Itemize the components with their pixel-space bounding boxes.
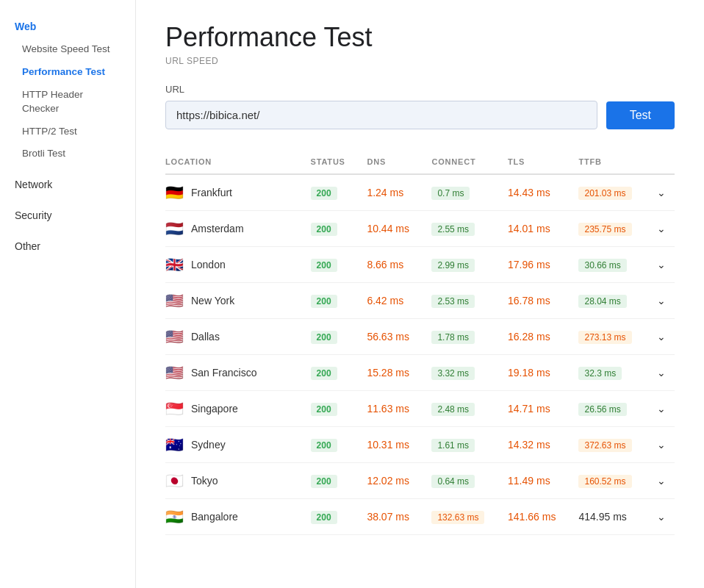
- chevron-down-icon: ⌄: [657, 187, 666, 198]
- url-row: Test: [165, 101, 675, 129]
- ttfb-badge: 235.75 ms: [578, 223, 631, 236]
- tls-value: 14.01 ms: [508, 223, 550, 234]
- col-header-tls: TLS: [499, 151, 570, 174]
- status-badge: 200: [311, 367, 337, 380]
- tls-cell: 14.43 ms: [499, 174, 570, 211]
- expand-row-button[interactable]: ⌄: [646, 174, 675, 211]
- expand-row-button[interactable]: ⌄: [646, 499, 675, 535]
- ttfb-badge: 201.03 ms: [578, 187, 631, 200]
- connect-badge: 2.55 ms: [431, 223, 475, 236]
- tls-cell: 141.66 ms: [499, 499, 570, 535]
- sidebar-item-http-header-checker[interactable]: HTTP Header Checker: [0, 84, 135, 121]
- test-button[interactable]: Test: [606, 101, 675, 129]
- ttfb-cell: 28.04 ms: [570, 283, 646, 319]
- location-name: Frankfurt: [191, 187, 232, 198]
- tls-value: 17.96 ms: [508, 259, 550, 270]
- tls-cell: 16.28 ms: [499, 319, 570, 355]
- tls-value: 14.43 ms: [508, 187, 550, 198]
- chevron-down-icon: ⌄: [657, 439, 666, 451]
- location-name: New York: [191, 295, 234, 306]
- chevron-down-icon: ⌄: [657, 295, 666, 306]
- flag-icon: 🇬🇧: [165, 257, 184, 272]
- dns-cell: 38.07 ms: [358, 499, 423, 535]
- expand-row-button[interactable]: ⌄: [646, 355, 675, 391]
- location-name: Amsterdam: [191, 223, 244, 234]
- ttfb-badge: 30.66 ms: [578, 259, 626, 272]
- results-table: LOCATIONSTATUSDNSCONNECTTLSTTFB 🇩🇪Frankf…: [165, 151, 675, 535]
- col-header-location: LOCATION: [165, 151, 302, 174]
- dns-cell: 12.02 ms: [358, 463, 423, 499]
- dns-value: 8.66 ms: [367, 259, 403, 270]
- location-cell-dallas: 🇺🇸Dallas: [165, 319, 302, 355]
- location-name: Sydney: [191, 439, 226, 451]
- col-header-ttfb: TTFB: [570, 151, 646, 174]
- ttfb-cell: 26.56 ms: [570, 391, 646, 427]
- sidebar-section-network[interactable]: Network: [0, 173, 135, 196]
- flag-icon: 🇺🇸: [165, 365, 184, 380]
- flag-icon: 🇦🇺: [165, 437, 184, 452]
- col-header-dns: DNS: [358, 151, 423, 174]
- status-cell: 200: [302, 463, 359, 499]
- sidebar-item-performance-test[interactable]: Performance Test: [0, 61, 135, 84]
- sidebar-web-section[interactable]: Web: [0, 15, 135, 38]
- dns-value: 10.31 ms: [367, 439, 409, 451]
- flag-icon: 🇯🇵: [165, 473, 184, 488]
- expand-row-button[interactable]: ⌄: [646, 211, 675, 247]
- chevron-down-icon: ⌄: [657, 259, 666, 270]
- expand-row-button[interactable]: ⌄: [646, 463, 675, 499]
- expand-row-button[interactable]: ⌄: [646, 391, 675, 427]
- sidebar-section-security[interactable]: Security: [0, 204, 135, 227]
- status-badge: 200: [311, 511, 337, 524]
- connect-cell: 2.48 ms: [423, 391, 499, 427]
- table-row: 🇺🇸New York2006.42 ms2.53 ms16.78 ms28.04…: [165, 283, 675, 319]
- connect-cell: 2.99 ms: [423, 247, 499, 283]
- location-cell-frankfurt: 🇩🇪Frankfurt: [165, 174, 302, 211]
- sidebar-item-http2-test[interactable]: HTTP/2 Test: [0, 121, 135, 143]
- chevron-down-icon: ⌄: [657, 403, 666, 415]
- sidebar-item-website-speed-test[interactable]: Website Speed Test: [0, 38, 135, 61]
- dns-cell: 10.31 ms: [358, 427, 423, 463]
- dns-cell: 56.63 ms: [358, 319, 423, 355]
- expand-row-button[interactable]: ⌄: [646, 427, 675, 463]
- status-cell: 200: [302, 174, 359, 211]
- col-header-connect: CONNECT: [423, 151, 499, 174]
- dns-value: 10.44 ms: [367, 223, 409, 234]
- tls-value: 16.28 ms: [508, 331, 550, 343]
- sidebar-item-brotli-test[interactable]: Brotli Test: [0, 143, 135, 165]
- page-title: Performance Test: [165, 22, 675, 53]
- ttfb-value: 414.95 ms: [578, 511, 626, 523]
- connect-badge: 1.61 ms: [431, 439, 475, 452]
- status-cell: 200: [302, 211, 359, 247]
- connect-badge: 2.53 ms: [431, 295, 475, 308]
- tls-value: 11.49 ms: [508, 475, 550, 487]
- location-cell-san-francisco: 🇺🇸San Francisco: [165, 355, 302, 391]
- table-row: 🇮🇳Bangalore20038.07 ms132.63 ms141.66 ms…: [165, 499, 675, 535]
- dns-cell: 1.24 ms: [358, 174, 423, 211]
- dns-value: 11.63 ms: [367, 403, 409, 415]
- sidebar-section-other[interactable]: Other: [0, 234, 135, 258]
- flag-icon: 🇳🇱: [165, 221, 184, 236]
- connect-cell: 0.7 ms: [423, 174, 499, 211]
- connect-cell: 3.32 ms: [423, 355, 499, 391]
- ttfb-cell: 201.03 ms: [570, 174, 646, 211]
- dns-value: 56.63 ms: [367, 331, 409, 343]
- ttfb-badge: 32.3 ms: [578, 367, 622, 380]
- status-badge: 200: [311, 187, 337, 200]
- status-badge: 200: [311, 223, 337, 236]
- status-badge: 200: [311, 403, 337, 416]
- flag-icon: 🇸🇬: [165, 401, 184, 416]
- expand-row-button[interactable]: ⌄: [646, 247, 675, 283]
- connect-badge: 0.7 ms: [431, 187, 470, 200]
- tls-cell: 14.01 ms: [499, 211, 570, 247]
- flag-icon: 🇩🇪: [165, 185, 184, 200]
- expand-row-button[interactable]: ⌄: [646, 319, 675, 355]
- expand-row-button[interactable]: ⌄: [646, 283, 675, 319]
- table-row: 🇬🇧London2008.66 ms2.99 ms17.96 ms30.66 m…: [165, 247, 675, 283]
- connect-cell: 2.55 ms: [423, 211, 499, 247]
- connect-cell: 1.78 ms: [423, 319, 499, 355]
- tls-value: 14.71 ms: [508, 403, 550, 415]
- location-cell-bangalore: 🇮🇳Bangalore: [165, 499, 302, 535]
- table-row: 🇦🇺Sydney20010.31 ms1.61 ms14.32 ms372.63…: [165, 427, 675, 463]
- url-input[interactable]: [165, 101, 597, 129]
- ttfb-badge: 26.56 ms: [578, 403, 626, 416]
